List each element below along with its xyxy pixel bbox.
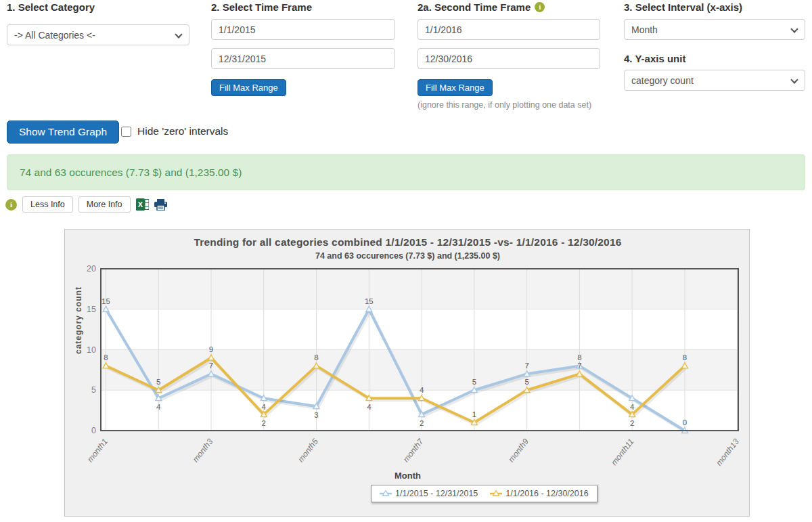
y-tick-label: 10 bbox=[87, 345, 96, 355]
info-icon[interactable]: i bbox=[5, 199, 17, 211]
point-value-label: 4 bbox=[367, 403, 371, 411]
print-icon[interactable] bbox=[154, 199, 167, 211]
point-value-label: 1 bbox=[472, 410, 476, 418]
timeframe1-label: 2. Select Time Frame bbox=[211, 1, 395, 13]
summary-text: 74 and 63 occurences (7.73 $) and (1,235… bbox=[20, 167, 242, 179]
point-value-label: 15 bbox=[102, 297, 110, 305]
x-tick-label: month3 bbox=[191, 437, 215, 464]
point-value-label: 4 bbox=[156, 403, 161, 411]
point-value-label: 7 bbox=[524, 362, 528, 370]
show-trend-graph-button[interactable]: Show Trend Graph bbox=[7, 121, 119, 144]
point-value-label: 8 bbox=[577, 353, 581, 362]
trend-chart-panel: Trending for all categories combined 1/1… bbox=[64, 229, 750, 517]
point-value-label: 5 bbox=[472, 378, 476, 386]
point-value-label: 2 bbox=[420, 419, 424, 427]
y-tick-label: 20 bbox=[87, 264, 96, 274]
point-value-label: 5 bbox=[524, 378, 528, 386]
point-value-label: 8 bbox=[314, 353, 318, 362]
fill-max-range-button-1[interactable]: Fill Max Range bbox=[211, 79, 286, 96]
info-icon[interactable]: i bbox=[535, 2, 545, 12]
y-tick-label: 5 bbox=[91, 385, 96, 395]
point-value-label: 5 bbox=[156, 378, 160, 386]
summary-alert: 74 and 63 occurences (7.73 $) and (1,235… bbox=[7, 154, 805, 190]
interval-select[interactable]: Month bbox=[624, 19, 805, 40]
chart-legend: 1/1/2015 - 12/31/2015 1/1/2016 - 12/30/2… bbox=[371, 485, 597, 502]
point-value-label: 8 bbox=[104, 353, 108, 362]
timeframe2-start-input[interactable] bbox=[418, 19, 600, 40]
x-tick-label: month11 bbox=[609, 437, 635, 467]
timeframe2-label: 2a. Second Time Frame bbox=[418, 1, 531, 13]
fill-max-range-button-2[interactable]: Fill Max Range bbox=[418, 79, 493, 96]
less-info-button[interactable]: Less Info bbox=[22, 196, 73, 213]
point-value-label: 9 bbox=[209, 345, 213, 353]
y-tick-label: 15 bbox=[87, 305, 96, 314]
svg-text:X: X bbox=[137, 200, 143, 209]
point-value-label: 2 bbox=[630, 419, 634, 427]
yunit-select[interactable]: category count bbox=[624, 70, 805, 91]
yunit-label: 4. Y-axis unit bbox=[624, 53, 685, 64]
point-value-label: 4 bbox=[420, 386, 424, 394]
more-info-button[interactable]: More Info bbox=[78, 196, 131, 213]
timeframe1-end-input[interactable] bbox=[211, 48, 395, 69]
legend-item-2015: 1/1/2015 - 12/31/2015 bbox=[380, 489, 478, 498]
x-tick-label: month5 bbox=[296, 437, 320, 464]
category-select[interactable]: -> All Categories <- bbox=[7, 24, 189, 45]
legend-item-2016: 1/1/2016 - 12/30/2016 bbox=[490, 489, 588, 498]
x-axis-label: Month bbox=[65, 471, 750, 481]
legend-marker-icon bbox=[380, 490, 392, 497]
legend-label: 1/1/2016 - 12/30/2016 bbox=[505, 489, 588, 498]
legend-marker-icon bbox=[490, 490, 502, 497]
interval-label: 3. Select Interval (x-axis) bbox=[624, 1, 805, 13]
hide-zero-checkbox[interactable] bbox=[121, 127, 131, 137]
y-tick-label: 0 bbox=[91, 426, 96, 435]
point-value-label: 4 bbox=[262, 403, 267, 411]
point-value-label: 0 bbox=[683, 418, 687, 427]
excel-export-icon[interactable]: X bbox=[136, 198, 149, 211]
point-value-label: 3 bbox=[314, 411, 318, 419]
point-value-label: 4 bbox=[630, 403, 635, 411]
category-label: 1. Select Category bbox=[7, 1, 189, 13]
x-tick-label: month13 bbox=[714, 437, 741, 468]
hide-zero-label: Hide 'zero' intervals bbox=[137, 125, 228, 137]
y-axis-label: category count bbox=[74, 331, 83, 354]
legend-label: 1/1/2015 - 12/31/2015 bbox=[395, 489, 478, 498]
point-value-label: 7 bbox=[577, 362, 581, 370]
point-value-label: 8 bbox=[683, 353, 687, 362]
timeframe1-start-input[interactable] bbox=[211, 19, 395, 40]
ignore-range-note: (ignore this range, if only plotting one… bbox=[418, 100, 621, 110]
plot-band bbox=[101, 269, 738, 309]
point-value-label: 15 bbox=[365, 297, 374, 305]
timeframe2-end-input[interactable] bbox=[418, 48, 600, 69]
x-tick-label: month7 bbox=[401, 436, 426, 464]
x-tick-label: month9 bbox=[506, 437, 531, 464]
point-value-label: 2 bbox=[262, 419, 266, 427]
x-tick-label: month1 bbox=[85, 437, 110, 464]
